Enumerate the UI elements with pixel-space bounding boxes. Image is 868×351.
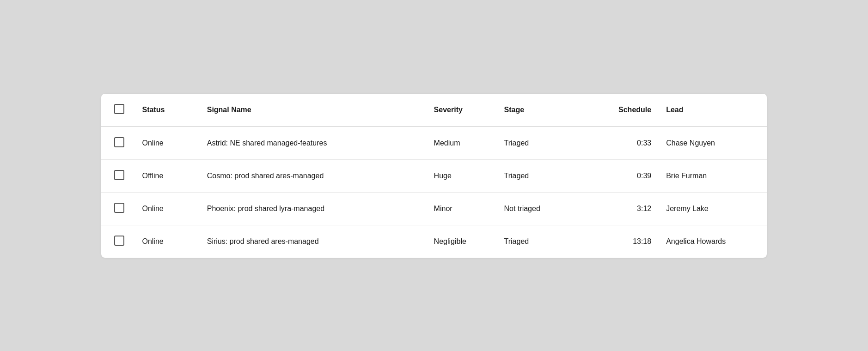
- row-severity: Medium: [427, 127, 497, 160]
- row-checkbox-3[interactable]: [114, 203, 124, 213]
- row-severity: Negligible: [427, 225, 497, 258]
- row-schedule: 3:12: [583, 192, 659, 225]
- row-status: Offline: [134, 159, 199, 192]
- select-all-checkbox[interactable]: [114, 104, 124, 114]
- row-signal-name: Cosmo: prod shared ares-managed: [200, 159, 427, 192]
- row-signal-name: Astrid: NE shared managed-features: [200, 127, 427, 160]
- row-schedule: 0:39: [583, 159, 659, 192]
- row-status: Online: [134, 192, 199, 225]
- row-checkbox-cell[interactable]: [101, 192, 134, 225]
- table-row: Offline Cosmo: prod shared ares-managed …: [101, 159, 767, 192]
- header-schedule: Schedule: [583, 94, 659, 127]
- row-severity: Huge: [427, 159, 497, 192]
- row-signal-name: Phoenix: prod shared lyra-managed: [200, 192, 427, 225]
- row-checkbox-4[interactable]: [114, 236, 124, 246]
- row-status: Online: [134, 127, 199, 160]
- row-checkbox-2[interactable]: [114, 170, 124, 180]
- row-schedule: 13:18: [583, 225, 659, 258]
- row-stage: Not triaged: [497, 192, 583, 225]
- table-row: Online Astrid: NE shared managed-feature…: [101, 127, 767, 160]
- row-checkbox-1[interactable]: [114, 137, 124, 147]
- row-stage: Triaged: [497, 159, 583, 192]
- table-row: Online Phoenix: prod shared lyra-managed…: [101, 192, 767, 225]
- row-schedule: 0:33: [583, 127, 659, 160]
- header-severity: Severity: [427, 94, 497, 127]
- row-checkbox-cell[interactable]: [101, 159, 134, 192]
- main-table-container: Status Signal Name Severity Stage Schedu…: [101, 94, 767, 258]
- table-header-row: Status Signal Name Severity Stage Schedu…: [101, 94, 767, 127]
- row-lead: Angelica Howards: [659, 225, 767, 258]
- row-checkbox-cell[interactable]: [101, 225, 134, 258]
- row-stage: Triaged: [497, 225, 583, 258]
- row-stage: Triaged: [497, 127, 583, 160]
- header-status: Status: [134, 94, 199, 127]
- header-checkbox-cell[interactable]: [101, 94, 134, 127]
- header-signal-name: Signal Name: [200, 94, 427, 127]
- row-lead: Jeremy Lake: [659, 192, 767, 225]
- table-body: Online Astrid: NE shared managed-feature…: [101, 127, 767, 258]
- row-signal-name: Sirius: prod shared ares-managed: [200, 225, 427, 258]
- row-severity: Minor: [427, 192, 497, 225]
- row-lead: Brie Furman: [659, 159, 767, 192]
- row-status: Online: [134, 225, 199, 258]
- row-checkbox-cell[interactable]: [101, 127, 134, 160]
- signals-table: Status Signal Name Severity Stage Schedu…: [101, 94, 767, 258]
- row-lead: Chase Nguyen: [659, 127, 767, 160]
- header-stage: Stage: [497, 94, 583, 127]
- header-lead: Lead: [659, 94, 767, 127]
- table-row: Online Sirius: prod shared ares-managed …: [101, 225, 767, 258]
